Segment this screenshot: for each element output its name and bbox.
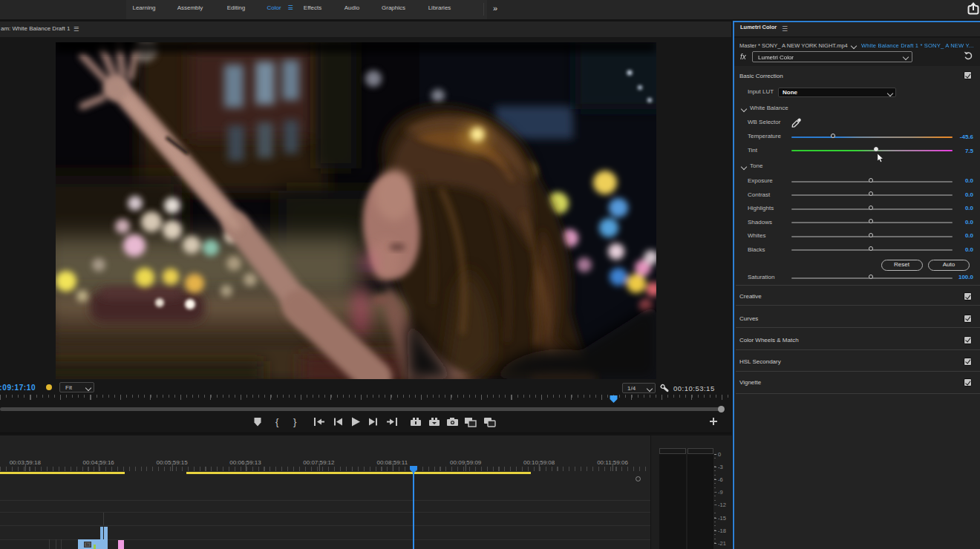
svg-text:}: }: [293, 416, 297, 427]
svg-text:{: {: [275, 416, 279, 427]
